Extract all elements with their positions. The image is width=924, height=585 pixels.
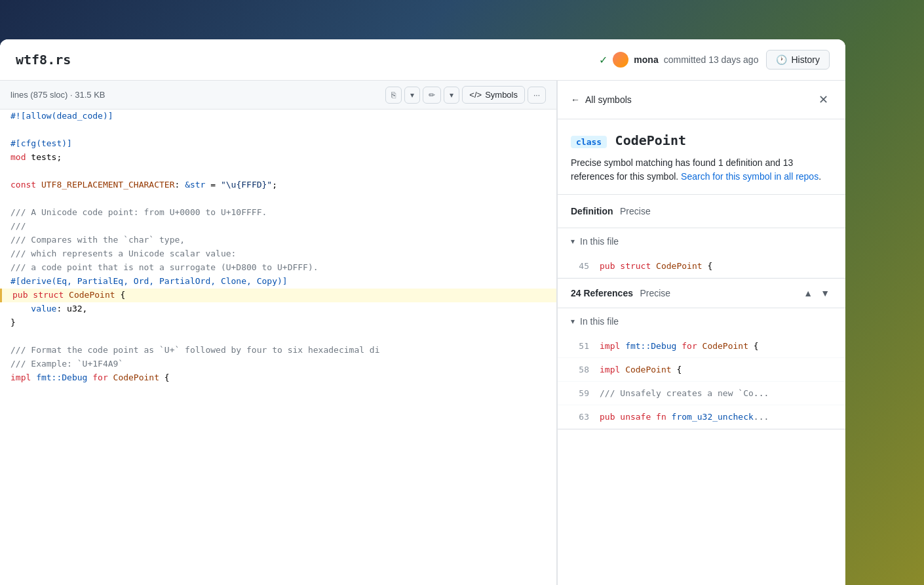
- more-button[interactable]: ···: [528, 87, 546, 104]
- code-line: /// which represents a Unicode scalar va…: [0, 247, 556, 261]
- code-line: [0, 165, 556, 178]
- commit-info: ✓ mona committed 13 days ago: [599, 52, 758, 68]
- references-count-label: 24 References: [571, 288, 633, 298]
- in-file-label: In this file: [580, 236, 619, 247]
- chevron-down-icon: ▾: [571, 237, 575, 246]
- code-line: const UTF8_REPLACEMENT_CHARACTER: &str =…: [0, 178, 556, 192]
- references-header: 24 References Precise ▲ ▼: [558, 279, 845, 308]
- ref-item-63[interactable]: 63 pub unsafe fn from_u32_uncheck...: [558, 405, 845, 429]
- definition-in-file-header[interactable]: ▾ In this file: [558, 228, 845, 254]
- symbols-panel: ← All symbols ✕ class CodePoint Precise …: [557, 81, 845, 585]
- code-line: }: [0, 316, 556, 330]
- file-info: lines (875 sloc) · 31.5 KB: [10, 90, 106, 100]
- symbol-kind-badge: class: [571, 136, 607, 148]
- ref-code: impl fmt::Debug for CodePoint {: [600, 341, 832, 351]
- ref-item-58[interactable]: 58 impl CodePoint {: [558, 358, 845, 382]
- search-symbol-link[interactable]: Search for this symbol in all repos: [681, 171, 818, 182]
- copy-button[interactable]: ⎘: [385, 87, 402, 104]
- code-toolbar: lines (875 sloc) · 31.5 KB ⎘ ▾ ✏ ▾ </> S…: [0, 81, 556, 110]
- collapse-down-button[interactable]: ▼: [818, 287, 832, 300]
- ref-code: pub unsafe fn from_u32_uncheck...: [600, 412, 832, 422]
- file-meta-right: ✓ mona committed 13 days ago 🕐 History: [599, 50, 830, 70]
- ref-code: impl CodePoint {: [600, 365, 832, 374]
- code-line: #![allow(dead_code)]: [0, 110, 556, 123]
- history-label: History: [791, 54, 820, 65]
- ref-item-59[interactable]: 59 /// Unsafely creates a new `Co...: [558, 382, 845, 405]
- edit-dropdown-button[interactable]: ▾: [444, 87, 459, 104]
- symbol-title-row: class CodePoint: [571, 132, 832, 148]
- references-title-area: 24 References Precise: [571, 287, 670, 299]
- symbols-label: Symbols: [485, 90, 518, 100]
- definition-section: Definition Precise: [558, 195, 845, 228]
- copy-dropdown-button[interactable]: ▾: [404, 87, 420, 104]
- code-line: /// Format the code point as `U+` follow…: [0, 344, 556, 357]
- collapse-up-button[interactable]: ▲: [801, 287, 815, 300]
- code-line: /// A Unicode code point: from U+0000 to…: [0, 206, 556, 220]
- symbol-title-section: class CodePoint Precise symbol matching …: [558, 119, 845, 195]
- code-line: mod tests;: [0, 151, 556, 165]
- ref-line-num: 51: [571, 341, 589, 351]
- refs-in-file-label: In this file: [580, 316, 619, 327]
- code-line: /// a code point that is not a surrogate…: [0, 261, 556, 275]
- ref-line-num: 63: [571, 412, 589, 422]
- back-to-symbols[interactable]: ← All symbols: [571, 94, 632, 105]
- content-area: lines (875 sloc) · 31.5 KB ⎘ ▾ ✏ ▾ </> S…: [0, 81, 845, 585]
- avatar: [613, 52, 628, 68]
- code-line: impl fmt::Debug for CodePoint {: [0, 371, 556, 385]
- chevron-down-icon-refs: ▾: [571, 317, 575, 326]
- code-line: [0, 192, 556, 206]
- code-line: #[cfg(test)]: [0, 137, 556, 151]
- code-line: /// Compares with the `char` type,: [0, 233, 556, 247]
- definition-label: Definition: [571, 206, 613, 216]
- file-title: wtf8.rs: [16, 52, 71, 68]
- ref-code: /// Unsafely creates a new `Co...: [600, 388, 832, 398]
- collapse-controls: ▲ ▼: [801, 287, 832, 300]
- edit-button[interactable]: ✏: [423, 87, 441, 104]
- history-clock-icon: 🕐: [776, 54, 787, 65]
- definition-ref-item[interactable]: 45 pub struct CodePoint {: [558, 254, 845, 278]
- back-label: All symbols: [585, 94, 632, 105]
- code-line: [0, 330, 556, 344]
- code-line: value: u32,: [0, 302, 556, 316]
- references-in-file-section: ▾ In this file 51 impl fmt::Debug for Co…: [558, 308, 845, 430]
- code-panel: lines (875 sloc) · 31.5 KB ⎘ ▾ ✏ ▾ </> S…: [0, 81, 557, 585]
- ref-line-num: 59: [571, 388, 589, 398]
- file-header: wtf8.rs ✓ mona committed 13 days ago 🕐 H…: [0, 39, 845, 81]
- code-content: #![allow(dead_code)] #[cfg(test)] mod te…: [0, 110, 556, 385]
- ref-line-num: 58: [571, 365, 589, 374]
- symbols-icon: </>: [469, 90, 482, 100]
- ref-code: pub struct CodePoint {: [600, 261, 832, 271]
- code-line: [0, 123, 556, 137]
- commit-message: committed 13 days ago: [664, 54, 759, 65]
- main-container: wtf8.rs ✓ mona committed 13 days ago 🕐 H…: [0, 39, 845, 585]
- history-button[interactable]: 🕐 History: [766, 50, 830, 70]
- panel-header: ← All symbols ✕: [558, 81, 845, 119]
- definition-type: Precise: [620, 206, 651, 216]
- code-line: /// Example: `U+1F4A9`: [0, 357, 556, 371]
- symbol-name: CodePoint: [615, 132, 686, 148]
- symbols-button[interactable]: </> Symbols: [462, 86, 525, 104]
- symbol-description: Precise symbol matching has found 1 defi…: [571, 156, 832, 184]
- code-line: #[derive(Eq, PartialEq, Ord, PartialOrd,…: [0, 275, 556, 289]
- panel-close-button[interactable]: ✕: [815, 91, 832, 108]
- code-line-highlighted: pub struct CodePoint {: [0, 289, 556, 302]
- back-arrow-icon: ←: [571, 94, 580, 105]
- ref-line-number: 45: [571, 261, 589, 271]
- toolbar-actions: ⎘ ▾ ✏ ▾ </> Symbols ···: [385, 86, 546, 104]
- check-icon: ✓: [599, 54, 607, 66]
- ref-item-51[interactable]: 51 impl fmt::Debug for CodePoint {: [558, 334, 845, 358]
- references-in-file-header[interactable]: ▾ In this file: [558, 308, 845, 334]
- definition-in-file-section: ▾ In this file 45 pub struct CodePoint {: [558, 228, 845, 279]
- code-line: ///: [0, 220, 556, 233]
- commit-author: mona: [634, 54, 658, 65]
- references-type: Precise: [640, 288, 670, 298]
